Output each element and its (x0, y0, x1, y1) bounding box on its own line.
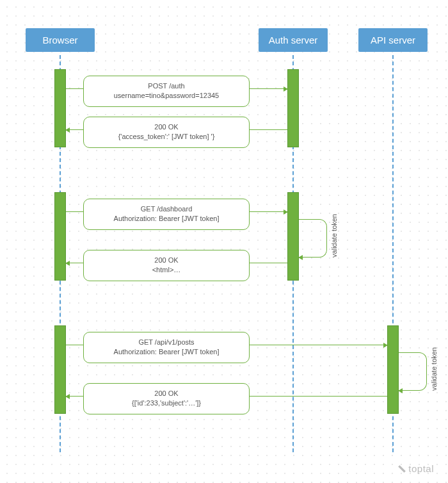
toptal-icon (397, 464, 406, 473)
activation-browser-3 (54, 325, 66, 414)
actor-browser: Browser (26, 28, 95, 52)
activation-browser-2 (54, 192, 66, 281)
self-loop-validate-2 (399, 352, 427, 391)
message-line: Authorization: Bearer [JWT token] (88, 214, 245, 224)
message-dashboard-response: 200 OK <html>… (83, 250, 250, 281)
message-line: 200 OK (88, 122, 245, 132)
message-auth-response: 200 OK {'access_token':' [JWT token] '} (83, 117, 250, 148)
message-line: {['id':233,'subject':'…']} (88, 398, 245, 408)
brand-text: toptal (408, 463, 434, 474)
activation-auth-1 (287, 69, 299, 147)
actor-api-server: API server (358, 28, 428, 52)
message-get-dashboard: GET /dashboard Authorization: Bearer [JW… (83, 199, 250, 230)
activation-auth-2 (287, 192, 299, 281)
actor-auth-server: Auth server (259, 28, 328, 52)
self-loop-validate-1 (299, 219, 327, 258)
label-validate-2: validate token (430, 347, 438, 391)
message-line: GET /api/v1/posts (88, 338, 245, 347)
activation-browser-1 (54, 69, 66, 147)
message-get-posts: GET /api/v1/posts Authorization: Bearer … (83, 332, 250, 363)
message-posts-response: 200 OK {['id':233,'subject':'…']} (83, 383, 250, 414)
sequence-diagram: Browser Auth server API server POST /aut… (0, 0, 448, 483)
message-line: POST /auth (88, 81, 245, 91)
activation-api-3 (387, 325, 399, 414)
message-line: Authorization: Bearer [JWT token] (88, 347, 245, 357)
label-validate-1: validate token (330, 214, 338, 258)
message-post-auth: POST /auth username=tino&password=12345 (83, 76, 250, 107)
message-line: 200 OK (88, 389, 245, 398)
brand-logo: toptal (397, 463, 434, 474)
message-line: username=tino&password=12345 (88, 91, 245, 101)
message-line: {'access_token':' [JWT token] '} (88, 132, 245, 142)
message-line: <html>… (88, 265, 245, 275)
message-line: GET /dashboard (88, 204, 245, 214)
message-line: 200 OK (88, 256, 245, 265)
